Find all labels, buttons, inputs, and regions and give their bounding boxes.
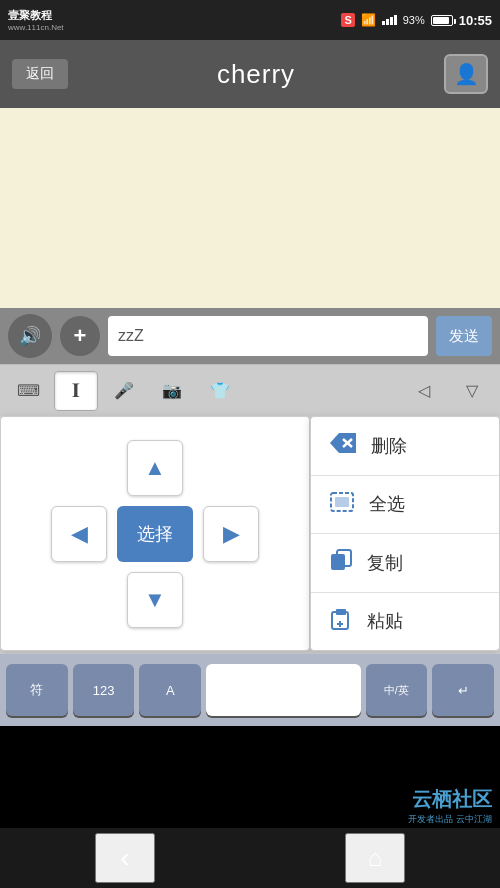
delete-icon [329,432,357,459]
send-button[interactable]: 发送 [436,316,492,356]
voice-button[interactable]: 🔊 [8,314,52,358]
nav-back-icon: ‹ [120,842,129,874]
bar3 [390,17,393,25]
nav-home-button[interactable]: ⌂ [345,833,405,883]
arrow-left-button[interactable]: ◀ [51,506,107,562]
profile-button[interactable]: 👤 [444,54,488,94]
bar4 [394,15,397,25]
chevron-left-btn[interactable]: ◁ [402,371,446,411]
logo-text: 壹聚教程 [8,8,52,23]
shirt-icon-btn[interactable]: 👕 [198,371,242,411]
paste-label: 粘贴 [367,609,403,633]
delete-label: 删除 [371,434,407,458]
nav-home-icon: ⌂ [368,844,383,872]
chevron-down-btn[interactable]: ▽ [450,371,494,411]
arrow-down-button[interactable]: ▼ [127,572,183,628]
battery-fill [433,17,450,24]
camera-icon-btn[interactable]: 📷 [150,371,194,411]
action-copy[interactable]: 复制 [311,534,499,593]
chevron-left-icon: ◁ [418,381,430,400]
shirt-icon: 👕 [210,381,230,400]
status-left: 壹聚教程 www.111cn.Net [8,8,64,32]
watermark: 云栖社区 开发者出品 云中江湖 [408,786,492,826]
select-all-label: 全选 [369,492,405,516]
keyboard-bottom-row: 符 123 A 中/英 ↵ [0,654,500,726]
copy-icon [329,548,353,577]
add-button[interactable]: + [60,316,100,356]
keyboard-toolbar: ⌨ 𝐈 🎤 📷 👕 ◁ ▽ [0,364,500,416]
left-arrow-icon: ◀ [71,521,88,547]
action-select-all[interactable]: 全选 [311,476,499,535]
wifi-icon: 📶 [361,13,376,27]
mic-icon-btn[interactable]: 🎤 [102,371,146,411]
bar1 [382,21,385,25]
cursor-icon: 𝐈 [72,379,80,402]
selection-panel: ▲ ◀ 选择 ▶ ▼ [0,416,310,651]
person-icon: 👤 [454,62,479,86]
message-input[interactable] [108,316,428,356]
s-icon: S [341,13,354,27]
action-delete[interactable]: 删除 [311,417,499,476]
chevron-down-icon: ▽ [466,381,478,400]
bar2 [386,19,389,25]
watermark-sub: 开发者出品 云中江湖 [408,813,492,826]
time-display: 10:55 [459,13,492,28]
voice-icon: 🔊 [19,325,41,347]
top-nav: 返回 cherry 👤 [0,40,500,108]
arrow-right-button[interactable]: ▶ [203,506,259,562]
key-a[interactable]: A [139,664,201,716]
input-bar: 🔊 + 发送 [0,308,500,364]
logo-sub: www.111cn.Net [8,23,64,32]
cursor-icon-btn[interactable]: 𝐈 [54,371,98,411]
battery-icon [431,15,453,26]
action-paste[interactable]: 粘贴 [311,593,499,651]
svg-rect-8 [336,609,346,615]
key-space[interactable] [206,664,360,716]
key-enter[interactable]: ↵ [432,664,494,716]
arrow-up-button[interactable]: ▲ [127,440,183,496]
keyboard-area: ▲ ◀ 选择 ▶ ▼ [0,416,500,726]
logo-area: 壹聚教程 www.111cn.Net [8,8,64,32]
status-bar: 壹聚教程 www.111cn.Net S 📶 93% 10:55 [0,0,500,40]
paste-icon [329,607,353,636]
page-title: cherry [217,59,295,90]
up-arrow-icon: ▲ [144,455,166,481]
back-button[interactable]: 返回 [12,59,68,89]
status-right: S 📶 93% 10:55 [341,13,492,28]
action-panel: 删除 全选 复制 [310,416,500,651]
keyboard-icon-btn[interactable]: ⌨ [6,371,50,411]
keyboard-icon: ⌨ [17,381,40,400]
svg-rect-4 [335,497,349,507]
key-123[interactable]: 123 [73,664,135,716]
key-fu[interactable]: 符 [6,664,68,716]
svg-marker-0 [330,433,356,453]
down-arrow-icon: ▼ [144,587,166,613]
nav-back-button[interactable]: ‹ [95,833,155,883]
watermark-main: 云栖社区 [412,786,492,813]
copy-label: 复制 [367,551,403,575]
mic-icon: 🎤 [114,381,134,400]
right-arrow-icon: ▶ [223,521,240,547]
key-lang[interactable]: 中/英 [366,664,428,716]
battery-percent: 93% [403,14,425,26]
toolbar-right: ◁ ▽ [402,371,494,411]
signal-bars [382,15,397,25]
select-button[interactable]: 选择 [117,506,193,562]
bottom-nav: ‹ ⌂ [0,828,500,888]
chat-area [0,108,500,308]
select-all-icon [329,491,355,518]
arrow-grid: ▲ ◀ 选择 ▶ ▼ [49,438,261,630]
camera-icon: 📷 [162,381,182,400]
plus-icon: + [74,323,87,349]
